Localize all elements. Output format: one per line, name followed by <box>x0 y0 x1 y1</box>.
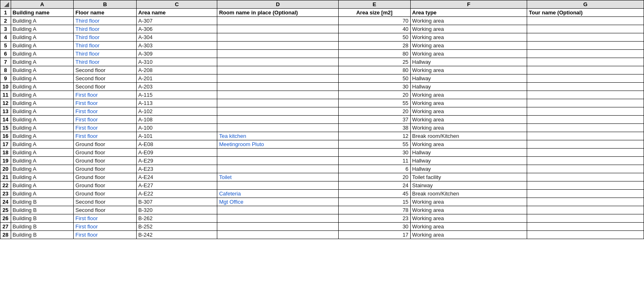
cell-tour-name <box>527 124 644 132</box>
cell-area-name: A-101 <box>137 132 217 140</box>
row-num-15: 15 <box>0 124 11 132</box>
header-floor-name: Floor name <box>74 9 137 17</box>
cell-building-name: Building B <box>11 214 74 223</box>
cell-tour-name <box>527 50 644 58</box>
cell-building-name: Building A <box>11 99 74 107</box>
cell-area-name: A-115 <box>137 91 217 99</box>
cell-tour-name <box>527 157 644 165</box>
cell-area-type: Working area <box>410 214 527 223</box>
cell-building-name: Building A <box>11 91 74 99</box>
cell-area-size: 28 <box>339 42 411 50</box>
cell-room-name <box>217 181 339 190</box>
cell-area-type: Toilet facility <box>410 173 527 181</box>
cell-area-type: Working area <box>410 17 527 25</box>
table-row: 24Building BSecond floorB-307Mgt Office1… <box>0 198 644 206</box>
col-header-d: D <box>217 0 339 9</box>
cell-tour-name <box>527 198 644 206</box>
table-row: 25Building BSecond floorB-32078Working a… <box>0 206 644 214</box>
cell-room-name <box>217 42 339 50</box>
table-row: 16Building AFirst floorA-101Tea kitchen1… <box>0 132 644 140</box>
cell-floor-name: Third floor <box>74 17 137 25</box>
cell-building-name: Building A <box>11 33 74 42</box>
cell-area-size: 80 <box>339 66 411 74</box>
cell-area-name: A-E29 <box>137 157 217 165</box>
cell-area-name: A-307 <box>137 17 217 25</box>
cell-building-name: Building A <box>11 83 74 91</box>
cell-floor-name: Second floor <box>74 206 137 214</box>
table-row: 14Building AFirst floorA-10837Working ar… <box>0 116 644 124</box>
cell-floor-name: First floor <box>74 214 137 223</box>
table-row: 3Building AThird floorA-30640Working are… <box>0 25 644 33</box>
table-row: 12Building AFirst floorA-11355Working ar… <box>0 99 644 107</box>
table-row: 10Building ASecond floorA-20330Hallway <box>0 83 644 91</box>
table-row: 27Building BFirst floorB-25230Working ar… <box>0 223 644 231</box>
cell-area-size: 78 <box>339 206 411 214</box>
table-row: 17Building AGround floorA-E08Meetingroom… <box>0 140 644 149</box>
row-num-24: 24 <box>0 198 11 206</box>
cell-tour-name <box>527 17 644 25</box>
cell-area-size: 25 <box>339 58 411 66</box>
cell-area-type: Working area <box>410 206 527 214</box>
cell-tour-name <box>527 25 644 33</box>
cell-building-name: Building B <box>11 206 74 214</box>
cell-area-name: A-E09 <box>137 149 217 157</box>
table-row: 11Building AFirst floorA-11520Working ar… <box>0 91 644 99</box>
cell-floor-name: First floor <box>74 124 137 132</box>
col-header-e: E <box>339 0 411 9</box>
row-num-1: 1 <box>0 9 11 17</box>
cell-area-type: Break room/Kitchen <box>410 190 527 198</box>
cell-tour-name <box>527 173 644 181</box>
col-header-b: B <box>74 0 137 9</box>
cell-room-name <box>217 165 339 173</box>
row-num-11: 11 <box>0 91 11 99</box>
cell-area-name: A-203 <box>137 83 217 91</box>
row-num-26: 26 <box>0 214 11 223</box>
row-num-2: 2 <box>0 17 11 25</box>
cell-building-name: Building A <box>11 132 74 140</box>
cell-area-name: A-100 <box>137 124 217 132</box>
table-row: 23Building AGround floorA-E22Cafeteria45… <box>0 190 644 198</box>
cell-area-size: 30 <box>339 223 411 231</box>
cell-area-size: 80 <box>339 50 411 58</box>
cell-area-name: A-E27 <box>137 181 217 190</box>
row-num-14: 14 <box>0 116 11 124</box>
cell-tour-name <box>527 214 644 223</box>
cell-building-name: Building A <box>11 116 74 124</box>
cell-room-name <box>217 74 339 83</box>
header-room-name: Room name in place (Optional) <box>217 9 339 17</box>
cell-tour-name <box>527 91 644 99</box>
cell-area-size: 24 <box>339 181 411 190</box>
cell-area-type: Working area <box>410 107 527 116</box>
cell-tour-name <box>527 231 644 239</box>
cell-building-name: Building A <box>11 17 74 25</box>
cell-area-size: 12 <box>339 132 411 140</box>
cell-area-name: A-108 <box>137 116 217 124</box>
cell-floor-name: Third floor <box>74 33 137 42</box>
cell-area-type: Working area <box>410 198 527 206</box>
corner-cell <box>0 0 11 9</box>
cell-room-name: Cafeteria <box>217 190 339 198</box>
cell-area-size: 40 <box>339 25 411 33</box>
cell-area-type: Working area <box>410 66 527 74</box>
cell-area-name: A-113 <box>137 99 217 107</box>
cell-area-name: B-252 <box>137 223 217 231</box>
cell-building-name: Building A <box>11 124 74 132</box>
table-row: 13Building AFirst floorA-10220Working ar… <box>0 107 644 116</box>
row-num-18: 18 <box>0 149 11 157</box>
row-num-5: 5 <box>0 42 11 50</box>
spreadsheet-table: A B C D E F G 1 Building name Floor name… <box>0 0 644 239</box>
cell-floor-name: Second floor <box>74 66 137 74</box>
cell-area-size: 38 <box>339 124 411 132</box>
cell-area-name: A-E24 <box>137 173 217 181</box>
cell-area-name: A-102 <box>137 107 217 116</box>
cell-area-size: 15 <box>339 198 411 206</box>
cell-tour-name <box>527 83 644 91</box>
cell-floor-name: Second floor <box>74 74 137 83</box>
cell-area-type: Hallway <box>410 157 527 165</box>
cell-room-name <box>217 107 339 116</box>
row-num-23: 23 <box>0 190 11 198</box>
cell-area-type: Working area <box>410 99 527 107</box>
cell-area-size: 50 <box>339 74 411 83</box>
cell-room-name: Mgt Office <box>217 198 339 206</box>
cell-tour-name <box>527 74 644 83</box>
